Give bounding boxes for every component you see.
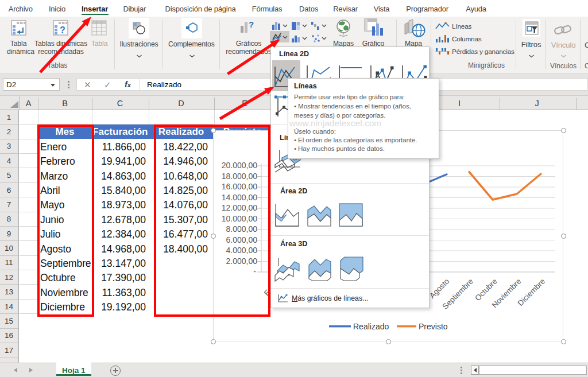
svg-text:Previsto: Previsto [419,322,448,331]
svg-text:?: ? [249,20,254,29]
svg-text:Realizado: Realizado [353,322,389,331]
svg-text:?: ? [60,25,65,35]
